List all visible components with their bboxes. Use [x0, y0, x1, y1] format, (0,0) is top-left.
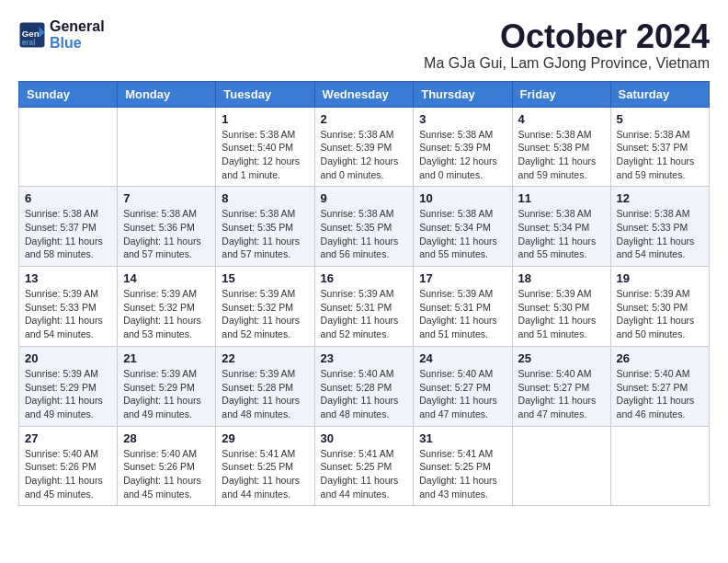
table-row: 16Sunrise: 5:39 AM Sunset: 5:31 PM Dayli… — [314, 267, 414, 347]
day-number: 13 — [25, 271, 111, 285]
day-detail: Sunrise: 5:38 AM Sunset: 5:35 PM Dayligh… — [321, 207, 408, 261]
day-detail: Sunrise: 5:38 AM Sunset: 5:36 PM Dayligh… — [123, 207, 210, 261]
col-wednesday: Wednesday — [314, 81, 414, 107]
day-number: 4 — [518, 112, 605, 126]
col-sunday: Sunday — [19, 81, 118, 107]
col-saturday: Saturday — [610, 81, 709, 107]
table-row: 6Sunrise: 5:38 AM Sunset: 5:37 PM Daylig… — [19, 187, 118, 267]
table-row: 3Sunrise: 5:38 AM Sunset: 5:39 PM Daylig… — [414, 107, 512, 187]
day-number: 10 — [419, 191, 506, 205]
day-number: 12 — [617, 191, 703, 205]
day-detail: Sunrise: 5:39 AM Sunset: 5:31 PM Dayligh… — [321, 287, 408, 341]
col-friday: Friday — [512, 81, 610, 107]
day-number: 22 — [222, 351, 308, 365]
logo-icon: Gen eral — [18, 21, 46, 49]
table-row: 23Sunrise: 5:40 AM Sunset: 5:28 PM Dayli… — [314, 346, 414, 426]
day-number: 26 — [617, 351, 703, 365]
day-detail: Sunrise: 5:40 AM Sunset: 5:26 PM Dayligh… — [25, 447, 111, 501]
table-row: 5Sunrise: 5:38 AM Sunset: 5:37 PM Daylig… — [610, 107, 709, 187]
day-number: 6 — [25, 191, 111, 205]
table-row: 12Sunrise: 5:38 AM Sunset: 5:33 PM Dayli… — [610, 187, 709, 267]
table-row: 25Sunrise: 5:40 AM Sunset: 5:27 PM Dayli… — [512, 346, 610, 426]
day-number: 24 — [419, 351, 506, 365]
day-detail: Sunrise: 5:40 AM Sunset: 5:27 PM Dayligh… — [419, 367, 506, 421]
table-row: 15Sunrise: 5:39 AM Sunset: 5:32 PM Dayli… — [216, 267, 314, 347]
day-number: 18 — [518, 271, 605, 285]
day-detail: Sunrise: 5:38 AM Sunset: 5:38 PM Dayligh… — [518, 128, 605, 182]
day-number: 30 — [321, 431, 408, 445]
day-detail: Sunrise: 5:38 AM Sunset: 5:34 PM Dayligh… — [419, 207, 506, 261]
table-row: 10Sunrise: 5:38 AM Sunset: 5:34 PM Dayli… — [414, 187, 512, 267]
day-number: 16 — [321, 271, 408, 285]
day-number: 15 — [222, 271, 308, 285]
logo-text: General Blue — [50, 18, 105, 52]
table-row: 26Sunrise: 5:40 AM Sunset: 5:27 PM Dayli… — [610, 346, 709, 426]
day-detail: Sunrise: 5:41 AM Sunset: 5:25 PM Dayligh… — [419, 447, 506, 501]
table-row: 17Sunrise: 5:39 AM Sunset: 5:31 PM Dayli… — [414, 267, 512, 347]
table-row: 1Sunrise: 5:38 AM Sunset: 5:40 PM Daylig… — [216, 107, 314, 187]
day-detail: Sunrise: 5:39 AM Sunset: 5:33 PM Dayligh… — [25, 287, 111, 341]
day-detail: Sunrise: 5:39 AM Sunset: 5:32 PM Dayligh… — [123, 287, 210, 341]
calendar-week-row: 1Sunrise: 5:38 AM Sunset: 5:40 PM Daylig… — [19, 107, 710, 187]
day-detail: Sunrise: 5:39 AM Sunset: 5:30 PM Dayligh… — [518, 287, 605, 341]
calendar-header-row: Sunday Monday Tuesday Wednesday Thursday… — [19, 81, 710, 107]
day-number: 5 — [617, 112, 703, 126]
table-row: 21Sunrise: 5:39 AM Sunset: 5:29 PM Dayli… — [118, 346, 216, 426]
svg-text:eral: eral — [22, 39, 36, 47]
day-detail: Sunrise: 5:41 AM Sunset: 5:25 PM Dayligh… — [222, 447, 308, 501]
day-detail: Sunrise: 5:39 AM Sunset: 5:29 PM Dayligh… — [123, 367, 210, 421]
calendar: Sunday Monday Tuesday Wednesday Thursday… — [18, 81, 710, 507]
table-row: 22Sunrise: 5:39 AM Sunset: 5:28 PM Dayli… — [216, 346, 314, 426]
table-row: 31Sunrise: 5:41 AM Sunset: 5:25 PM Dayli… — [414, 426, 512, 506]
table-row — [610, 426, 709, 506]
day-detail: Sunrise: 5:38 AM Sunset: 5:40 PM Dayligh… — [222, 128, 308, 182]
day-detail: Sunrise: 5:40 AM Sunset: 5:26 PM Dayligh… — [123, 447, 210, 501]
col-thursday: Thursday — [414, 81, 512, 107]
logo: Gen eral General Blue — [18, 18, 105, 52]
day-detail: Sunrise: 5:38 AM Sunset: 5:33 PM Dayligh… — [617, 207, 703, 261]
col-monday: Monday — [118, 81, 216, 107]
day-number: 31 — [419, 431, 506, 445]
day-number: 2 — [321, 112, 408, 126]
day-number: 27 — [25, 431, 111, 445]
day-number: 29 — [222, 431, 308, 445]
day-detail: Sunrise: 5:38 AM Sunset: 5:35 PM Dayligh… — [222, 207, 308, 261]
header: Gen eral General Blue October 2024 Ma GJ… — [18, 18, 710, 72]
calendar-week-row: 6Sunrise: 5:38 AM Sunset: 5:37 PM Daylig… — [19, 187, 710, 267]
table-row: 18Sunrise: 5:39 AM Sunset: 5:30 PM Dayli… — [512, 267, 610, 347]
day-number: 21 — [123, 351, 210, 365]
table-row — [19, 107, 118, 187]
day-number: 20 — [25, 351, 111, 365]
day-detail: Sunrise: 5:39 AM Sunset: 5:28 PM Dayligh… — [222, 367, 308, 421]
table-row: 19Sunrise: 5:39 AM Sunset: 5:30 PM Dayli… — [610, 267, 709, 347]
table-row: 9Sunrise: 5:38 AM Sunset: 5:35 PM Daylig… — [314, 187, 414, 267]
day-detail: Sunrise: 5:38 AM Sunset: 5:39 PM Dayligh… — [419, 128, 506, 182]
day-number: 1 — [222, 112, 308, 126]
table-row: 30Sunrise: 5:41 AM Sunset: 5:25 PM Dayli… — [314, 426, 414, 506]
table-row: 2Sunrise: 5:38 AM Sunset: 5:39 PM Daylig… — [314, 107, 414, 187]
svg-text:Gen: Gen — [22, 29, 40, 39]
day-detail: Sunrise: 5:39 AM Sunset: 5:30 PM Dayligh… — [617, 287, 703, 341]
day-detail: Sunrise: 5:38 AM Sunset: 5:37 PM Dayligh… — [617, 128, 703, 182]
day-number: 8 — [222, 191, 308, 205]
day-number: 9 — [321, 191, 408, 205]
table-row: 13Sunrise: 5:39 AM Sunset: 5:33 PM Dayli… — [19, 267, 118, 347]
day-number: 19 — [617, 271, 703, 285]
day-detail: Sunrise: 5:39 AM Sunset: 5:31 PM Dayligh… — [419, 287, 506, 341]
day-detail: Sunrise: 5:39 AM Sunset: 5:29 PM Dayligh… — [25, 367, 111, 421]
day-number: 11 — [518, 191, 605, 205]
day-detail: Sunrise: 5:41 AM Sunset: 5:25 PM Dayligh… — [321, 447, 408, 501]
table-row: 7Sunrise: 5:38 AM Sunset: 5:36 PM Daylig… — [118, 187, 216, 267]
day-number: 14 — [123, 271, 210, 285]
table-row: 4Sunrise: 5:38 AM Sunset: 5:38 PM Daylig… — [512, 107, 610, 187]
table-row: 29Sunrise: 5:41 AM Sunset: 5:25 PM Dayli… — [216, 426, 314, 506]
day-number: 7 — [123, 191, 210, 205]
table-row: 8Sunrise: 5:38 AM Sunset: 5:35 PM Daylig… — [216, 187, 314, 267]
day-number: 28 — [123, 431, 210, 445]
col-tuesday: Tuesday — [216, 81, 314, 107]
day-detail: Sunrise: 5:38 AM Sunset: 5:39 PM Dayligh… — [321, 128, 408, 182]
day-detail: Sunrise: 5:40 AM Sunset: 5:27 PM Dayligh… — [617, 367, 703, 421]
table-row: 14Sunrise: 5:39 AM Sunset: 5:32 PM Dayli… — [118, 267, 216, 347]
table-row — [512, 426, 610, 506]
table-row: 28Sunrise: 5:40 AM Sunset: 5:26 PM Dayli… — [118, 426, 216, 506]
